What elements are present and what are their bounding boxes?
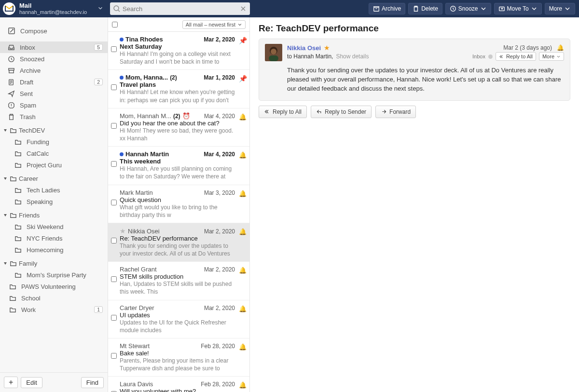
sender: Rachel Grant (120, 266, 157, 273)
search-box[interactable] (110, 2, 250, 15)
select-message-checkbox[interactable] (111, 200, 117, 205)
more-button[interactable]: More (545, 3, 575, 14)
reply-all-button[interactable]: Reply to All (259, 106, 307, 118)
folder-group-techdev[interactable]: TechDEV (0, 124, 108, 136)
subfolder-tech-ladies[interactable]: Tech Ladies (0, 184, 108, 196)
subfolder-catcalc[interactable]: CatCalc (0, 148, 108, 159)
forward-button[interactable]: Forward (375, 106, 416, 118)
select-message-checkbox[interactable] (111, 315, 117, 321)
reply-all-mini-button[interactable]: Reply to All (496, 52, 536, 61)
notify-icon[interactable]: 🔔 (557, 44, 564, 51)
folder-label: Spam (20, 102, 103, 109)
subfolder-speaking[interactable]: Speaking (0, 196, 108, 207)
message-row[interactable]: ★ Nikkia Osei Mar 2, 2020 Re: TeachDEV p… (108, 223, 249, 262)
message-row[interactable]: Laura Davis Feb 28, 2020 Will you volunt… (108, 377, 249, 392)
folder-work[interactable]: Work 1 (0, 304, 108, 315)
folder-label: Archive (20, 67, 103, 74)
folder-label: Draft (20, 79, 89, 86)
notify-icon[interactable]: 🔔 (239, 228, 247, 235)
message-row[interactable]: Rachel Grant Mar 2, 2020 STEM skills pro… (108, 262, 249, 300)
more-mini-button[interactable]: More (539, 52, 564, 61)
folder-snoozed[interactable]: Snoozed (0, 53, 108, 65)
preview: Parents, Please bring your items in a cl… (120, 357, 235, 372)
message-row[interactable]: Mom, Hannah M... (2) ⏰ Mar 4, 2020 Did y… (108, 108, 249, 147)
subfolder-nyc-friends[interactable]: NYC Friends (0, 232, 108, 244)
moveto-button[interactable]: Move To (494, 3, 542, 14)
subfolder-mom-s-surprise-party[interactable]: Mom's Surprise Party (0, 269, 108, 281)
account-switcher[interactable] (96, 4, 105, 14)
folder-paws-volunteering[interactable]: PAWS Volunteering (0, 281, 108, 292)
show-details[interactable]: Show details (336, 53, 369, 60)
folder-label: PAWS Volunteering (21, 283, 103, 290)
folder-tag[interactable]: Inbox (472, 54, 485, 59)
sort-dropdown[interactable]: All mail – newest first (182, 20, 246, 29)
svg-point-11 (271, 49, 276, 54)
notify-icon[interactable]: 🔔 (239, 190, 247, 197)
select-all-checkbox[interactable] (112, 22, 118, 27)
spam-icon (8, 102, 15, 109)
folder-icon (9, 306, 16, 313)
thread-count: (2) (173, 113, 180, 120)
folder-trash[interactable]: Trash (0, 111, 108, 122)
archive-button[interactable]: Archive (369, 3, 405, 14)
collapse-icon (3, 176, 8, 181)
select-message-checkbox[interactable] (111, 353, 117, 359)
notify-icon[interactable]: 🔔 (239, 343, 247, 351)
notify-icon[interactable]: 🔔 (239, 305, 247, 312)
subfolder-homecoming[interactable]: Homecoming (0, 244, 108, 256)
message-row[interactable]: Hannah Martin Mar 4, 2020 This weekend H… (108, 147, 249, 185)
folder-group-career[interactable]: Career (0, 173, 108, 184)
star-icon[interactable]: ★ (120, 227, 126, 235)
select-message-checkbox[interactable] (111, 238, 117, 243)
select-message-checkbox[interactable] (111, 123, 117, 129)
subfolder-label: Ski Weekend (27, 223, 63, 230)
notify-icon[interactable]: 🔔 (239, 113, 247, 121)
select-message-checkbox[interactable] (111, 84, 117, 90)
message-row[interactable]: Mom, Hanna... (2) Mar 1, 2020 Travel pla… (108, 70, 249, 108)
group-label: Friends (19, 212, 40, 219)
inbox-icon (8, 44, 15, 51)
pin-icon[interactable]: 📌 (239, 37, 247, 44)
select-message-checkbox[interactable] (111, 161, 117, 167)
sender: Mark Martin (120, 189, 153, 196)
account-info: Mail hannah_martin@teachdev.io (19, 2, 93, 15)
notify-icon[interactable]: 🔔 (239, 267, 247, 274)
snooze-button[interactable]: Snooze (445, 3, 491, 14)
edit-button[interactable]: Edit (21, 377, 42, 388)
folder-badge: 5 (94, 44, 103, 51)
add-account-button[interactable]: + (4, 377, 18, 388)
message-row[interactable]: Mt Stewart Feb 28, 2020 Bake sale! Paren… (108, 338, 249, 377)
subfolder-project-guru[interactable]: Project Guru (0, 159, 108, 171)
folder-draft[interactable]: Draft 2 (0, 76, 108, 88)
folder-icon (14, 235, 22, 242)
reply-sender-button[interactable]: Reply to Sender (311, 106, 372, 118)
select-message-checkbox[interactable] (111, 276, 117, 282)
message-row[interactable]: Tina Rhodes Mar 2, 2020 Next Saturday Hi… (108, 32, 249, 70)
pin-icon[interactable]: 📌 (239, 75, 247, 82)
folder-spam[interactable]: Spam (0, 99, 108, 111)
compose-button[interactable]: Compose (0, 24, 108, 38)
folder-inbox[interactable]: Inbox 5 (0, 41, 108, 53)
subfolder-ski-weekend[interactable]: Ski Weekend (0, 221, 108, 232)
select-message-checkbox[interactable] (111, 46, 117, 52)
find-button[interactable]: Find (81, 377, 104, 388)
notify-icon[interactable]: 🔔 (239, 381, 247, 389)
folder-icon (14, 223, 22, 230)
from-name[interactable]: Nikkia Osei (287, 44, 321, 52)
collapse-icon (3, 261, 8, 266)
subfolder-funding[interactable]: Funding (0, 136, 108, 148)
folder-school[interactable]: School (0, 292, 108, 304)
subfolder-label: Speaking (27, 198, 53, 205)
folder-sent[interactable]: Sent (0, 88, 108, 99)
folder-group-friends[interactable]: Friends (0, 209, 108, 221)
star-icon[interactable]: ★ (324, 44, 330, 52)
message-row[interactable]: Mark Martin Mar 3, 2020 Quick question W… (108, 185, 249, 223)
notify-icon[interactable]: 🔔 (239, 151, 247, 159)
avatar (265, 44, 282, 61)
folder-archive[interactable]: Archive (0, 65, 108, 76)
message-row[interactable]: Carter Dryer Mar 2, 2020 UI updates Upda… (108, 300, 249, 338)
search-input[interactable] (121, 3, 239, 14)
clear-search-icon[interactable] (239, 5, 247, 13)
folder-group-family[interactable]: Family (0, 257, 108, 269)
delete-button[interactable]: Delete (408, 3, 442, 14)
